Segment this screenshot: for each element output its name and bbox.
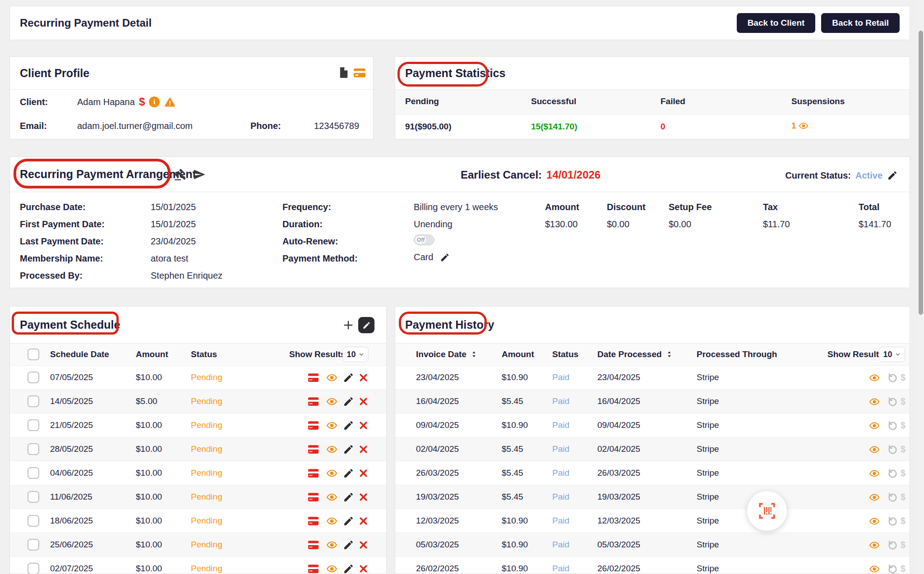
eye-icon[interactable] bbox=[326, 515, 338, 527]
dollar-icon[interactable]: $ bbox=[901, 444, 906, 455]
refund-icon[interactable] bbox=[887, 492, 898, 503]
history-col-invoice-date[interactable]: Invoice Date bbox=[416, 349, 477, 359]
dollar-icon[interactable]: $ bbox=[901, 372, 906, 383]
edit-square-icon[interactable] bbox=[358, 317, 374, 333]
dollar-icon[interactable]: $ bbox=[901, 396, 906, 407]
credit-card-icon[interactable] bbox=[307, 563, 319, 574]
eye-icon[interactable] bbox=[869, 420, 880, 431]
pencil-icon[interactable] bbox=[343, 491, 354, 503]
eye-icon[interactable] bbox=[869, 492, 880, 503]
row-checkbox[interactable] bbox=[28, 467, 39, 479]
eye-icon[interactable] bbox=[798, 121, 809, 131]
pencil-icon[interactable] bbox=[343, 468, 354, 479]
eye-icon[interactable] bbox=[326, 468, 338, 479]
dollar-icon[interactable]: $ bbox=[901, 540, 906, 550]
show-results-select[interactable]: 10 bbox=[879, 347, 905, 362]
edit-pencil-icon[interactable] bbox=[887, 170, 898, 181]
refund-icon[interactable] bbox=[887, 420, 898, 432]
eye-icon[interactable] bbox=[326, 372, 338, 383]
plus-icon[interactable] bbox=[342, 319, 355, 331]
show-results-select[interactable]: 10 bbox=[342, 347, 369, 362]
row-checkbox[interactable] bbox=[28, 539, 39, 551]
eye-icon[interactable] bbox=[869, 468, 880, 479]
dollar-icon[interactable]: $ bbox=[901, 564, 906, 574]
auto-renew-toggle[interactable]: Off bbox=[414, 234, 434, 245]
delete-x-icon[interactable] bbox=[358, 539, 369, 551]
credit-card-icon[interactable] bbox=[307, 491, 319, 503]
sort-icon[interactable] bbox=[471, 350, 477, 359]
pencil-icon[interactable] bbox=[343, 515, 354, 527]
credit-card-icon[interactable] bbox=[307, 539, 319, 551]
credit-card-icon[interactable] bbox=[307, 468, 319, 479]
scrollbar-thumb[interactable] bbox=[919, 31, 923, 315]
delete-x-icon[interactable] bbox=[358, 468, 369, 479]
barcode-scanner-button[interactable] bbox=[747, 491, 787, 531]
row-checkbox[interactable] bbox=[28, 372, 39, 383]
eye-icon[interactable] bbox=[869, 540, 880, 551]
pencil-icon[interactable] bbox=[343, 563, 354, 574]
history-col-date-processed[interactable]: Date Processed bbox=[597, 349, 673, 359]
dollar-icon[interactable]: $ bbox=[901, 468, 906, 478]
row-checkbox[interactable] bbox=[28, 563, 39, 574]
eye-icon[interactable] bbox=[869, 516, 880, 527]
gavel-icon[interactable] bbox=[174, 168, 187, 181]
edit-pencil-icon[interactable] bbox=[440, 253, 450, 262]
refund-icon[interactable] bbox=[887, 372, 898, 384]
credit-card-icon[interactable] bbox=[307, 396, 319, 407]
eye-icon[interactable] bbox=[869, 444, 880, 455]
vertical-scrollbar[interactable] bbox=[918, 0, 924, 574]
eye-icon[interactable] bbox=[326, 444, 338, 455]
dollar-icon[interactable]: $ bbox=[139, 96, 145, 108]
eye-icon[interactable] bbox=[326, 420, 338, 431]
show-results-label: Show Results: bbox=[827, 349, 887, 359]
credit-card-icon[interactable] bbox=[307, 444, 319, 455]
delete-x-icon[interactable] bbox=[358, 515, 369, 527]
pencil-icon[interactable] bbox=[343, 372, 354, 383]
eye-icon[interactable] bbox=[326, 491, 338, 503]
eye-icon[interactable] bbox=[869, 396, 880, 407]
delete-x-icon[interactable] bbox=[358, 491, 369, 503]
dollar-icon[interactable]: $ bbox=[901, 420, 906, 431]
info-icon[interactable]: i bbox=[149, 96, 160, 107]
eye-icon[interactable] bbox=[869, 372, 880, 383]
refund-icon[interactable] bbox=[887, 468, 898, 479]
refund-icon[interactable] bbox=[887, 396, 898, 408]
row-checkbox[interactable] bbox=[28, 515, 39, 527]
credit-card-icon[interactable] bbox=[307, 515, 319, 527]
eye-icon[interactable] bbox=[326, 396, 338, 407]
sort-icon[interactable] bbox=[666, 350, 673, 359]
delete-x-icon[interactable] bbox=[358, 396, 369, 407]
credit-card-icon[interactable] bbox=[353, 66, 366, 79]
pencil-icon[interactable] bbox=[343, 396, 354, 407]
back-to-retail-button[interactable]: Back to Retail bbox=[821, 13, 900, 33]
select-all-checkbox[interactable] bbox=[28, 349, 39, 360]
refund-icon[interactable] bbox=[887, 444, 898, 455]
send-icon[interactable] bbox=[193, 168, 206, 181]
delete-x-icon[interactable] bbox=[358, 563, 369, 574]
credit-card-icon[interactable] bbox=[307, 372, 319, 383]
eye-icon[interactable] bbox=[326, 539, 338, 551]
credit-card-icon[interactable] bbox=[307, 420, 319, 431]
pencil-icon[interactable] bbox=[343, 444, 354, 455]
refund-icon[interactable] bbox=[887, 564, 898, 574]
row-checkbox[interactable] bbox=[28, 491, 39, 503]
eye-icon[interactable] bbox=[326, 563, 338, 574]
eye-icon[interactable] bbox=[869, 564, 880, 574]
refund-icon[interactable] bbox=[887, 516, 898, 527]
delete-x-icon[interactable] bbox=[358, 420, 369, 431]
delete-x-icon[interactable] bbox=[358, 444, 369, 455]
delete-x-icon[interactable] bbox=[358, 372, 369, 383]
row-checkbox[interactable] bbox=[28, 443, 39, 455]
schedule-amount-cell: $10.00 bbox=[136, 540, 162, 550]
row-checkbox[interactable] bbox=[28, 419, 39, 431]
document-icon[interactable] bbox=[337, 66, 350, 79]
pencil-icon[interactable] bbox=[343, 420, 354, 431]
dollar-icon[interactable]: $ bbox=[901, 516, 906, 526]
refund-icon[interactable] bbox=[887, 540, 898, 551]
pencil-icon[interactable] bbox=[343, 539, 354, 551]
dollar-icon[interactable]: $ bbox=[901, 492, 906, 502]
warning-icon[interactable] bbox=[164, 96, 176, 108]
client-name[interactable]: Adam Hapana bbox=[77, 97, 135, 107]
row-checkbox[interactable] bbox=[28, 395, 39, 407]
back-to-client-button[interactable]: Back to Client bbox=[737, 13, 816, 33]
